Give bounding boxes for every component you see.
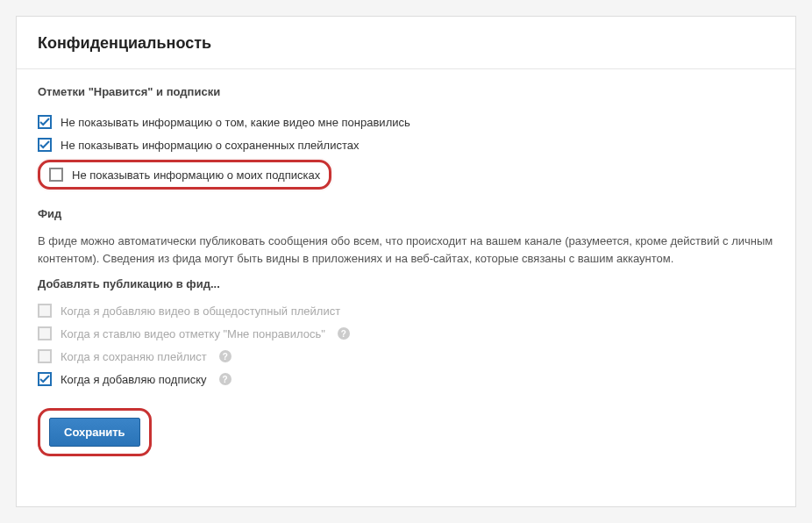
section-feed-description: В фиде можно автоматически публиковать с…	[38, 233, 774, 267]
highlight-callout-save: Сохранить	[38, 408, 152, 456]
checkbox-label: Когда я ставлю видео отметку "Мне понрав…	[61, 327, 325, 340]
help-icon[interactable]: ?	[219, 350, 231, 362]
highlighted-option-container: Не показывать информацию о моих подписка…	[38, 160, 774, 190]
checkbox-hide-liked-videos[interactable]	[38, 115, 52, 129]
checkbox-feed-add-subscription[interactable]	[38, 372, 52, 386]
checkbox-feed-add-public-playlist	[38, 304, 52, 318]
feed-subheading: Добавлять публикацию в фид...	[38, 277, 774, 290]
page-title: Конфиденциальность	[38, 34, 774, 53]
checkbox-label: Когда я сохраняю плейлист	[61, 350, 207, 363]
feed-option-row: Когда я добавляю подписку ?	[38, 368, 774, 390]
checkbox-hide-subscriptions[interactable]	[49, 168, 63, 182]
checkmark-icon	[39, 140, 50, 150]
save-button[interactable]: Сохранить	[49, 418, 140, 447]
feed-option-row: Когда я сохраняю плейлист ?	[38, 345, 774, 368]
privacy-settings-card: Конфиденциальность Отметки "Нравится" и …	[16, 16, 796, 507]
card-body: Отметки "Нравится" и подписки Не показыв…	[17, 69, 795, 477]
card-header: Конфиденциальность	[17, 17, 795, 69]
privacy-option-row: Не показывать информацию о сохраненных п…	[38, 133, 774, 156]
checkbox-hide-saved-playlists[interactable]	[38, 138, 52, 152]
help-icon[interactable]: ?	[219, 373, 231, 385]
checkbox-feed-save-playlist	[38, 349, 52, 363]
checkbox-label: Не показывать информацию о том, какие ви…	[61, 116, 410, 129]
checkbox-feed-like-video	[38, 326, 52, 340]
checkmark-icon	[39, 374, 50, 384]
checkbox-label: Когда я добавляю подписку	[61, 373, 207, 386]
section-likes-title: Отметки "Нравится" и подписки	[38, 85, 774, 98]
highlight-callout: Не показывать информацию о моих подписка…	[38, 160, 331, 190]
checkbox-label: Когда я добавляю видео в общедоступный п…	[61, 304, 340, 318]
help-icon[interactable]: ?	[338, 327, 350, 340]
checkbox-label: Не показывать информацию о моих подписка…	[72, 168, 320, 182]
feed-option-row: Когда я добавляю видео в общедоступный п…	[38, 299, 774, 322]
checkmark-icon	[39, 117, 50, 127]
privacy-option-row: Не показывать информацию о том, какие ви…	[38, 111, 774, 133]
section-feed-title: Фид	[38, 207, 774, 220]
feed-option-row: Когда я ставлю видео отметку "Мне понрав…	[38, 322, 774, 345]
checkbox-label: Не показывать информацию о сохраненных п…	[61, 139, 360, 152]
